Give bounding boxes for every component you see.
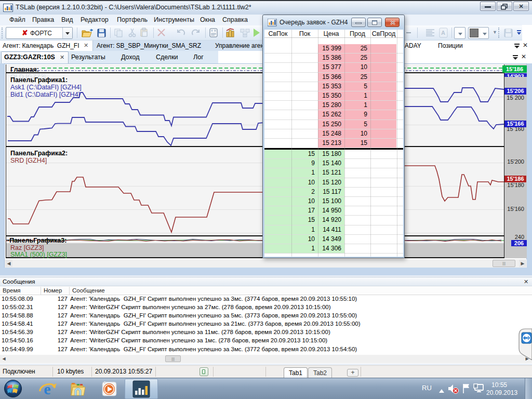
svg-text:e: e (44, 380, 50, 397)
svg-text:A: A (441, 30, 445, 36)
